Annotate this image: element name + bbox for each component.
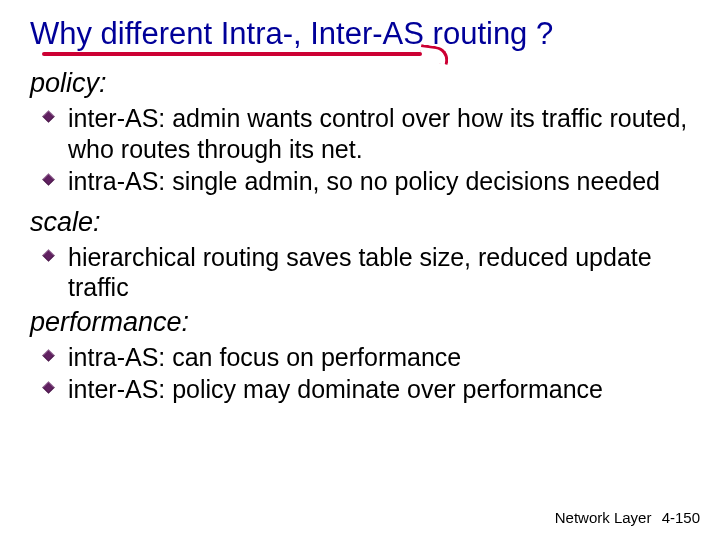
footer-chapter: Network Layer [555, 509, 652, 526]
diamond-icon [42, 381, 55, 394]
bullet-text: intra-AS: single admin, so no policy dec… [68, 167, 660, 195]
diamond-icon [42, 249, 55, 262]
diamond-icon [42, 349, 55, 362]
bullet-text: hierarchical routing saves table size, r… [68, 243, 652, 302]
title-underline [30, 50, 690, 64]
bullet-text: intra-AS: can focus on performance [68, 343, 461, 371]
list-item: intra-AS: can focus on performance [44, 342, 690, 373]
list-item: hierarchical routing saves table size, r… [44, 242, 690, 303]
diamond-icon [42, 173, 55, 186]
bullet-list-scale: hierarchical routing saves table size, r… [30, 242, 690, 303]
footer-page-number: 4-150 [662, 509, 700, 526]
slide-footer: Network Layer 4-150 [555, 509, 700, 526]
bullet-list-policy: inter-AS: admin wants control over how i… [30, 103, 690, 197]
bullet-list-performance: intra-AS: can focus on performance inter… [30, 342, 690, 405]
slide: Why different Intra-, Inter-AS routing ?… [0, 0, 720, 540]
underline-stroke [42, 52, 422, 56]
section-heading-scale: scale: [30, 207, 690, 238]
bullet-text: inter-AS: admin wants control over how i… [68, 104, 687, 163]
list-item: inter-AS: policy may dominate over perfo… [44, 374, 690, 405]
list-item: intra-AS: single admin, so no policy dec… [44, 166, 690, 197]
diamond-icon [42, 110, 55, 123]
section-heading-performance: performance: [30, 307, 690, 338]
section-heading-policy: policy: [30, 68, 690, 99]
list-item: inter-AS: admin wants control over how i… [44, 103, 690, 164]
slide-title: Why different Intra-, Inter-AS routing ? [30, 14, 690, 54]
bullet-text: inter-AS: policy may dominate over perfo… [68, 375, 603, 403]
